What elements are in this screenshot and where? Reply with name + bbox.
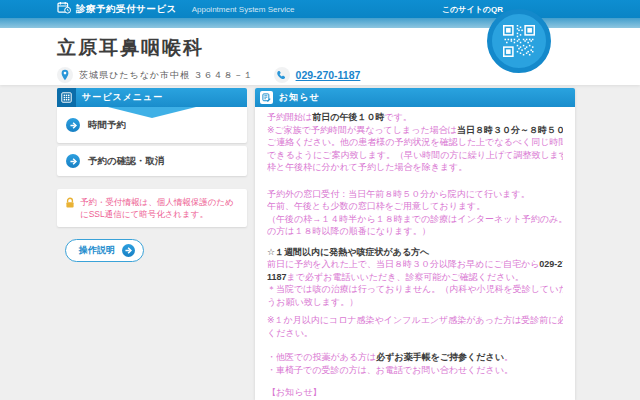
help-button-label: 操作説明: [79, 244, 115, 257]
menu-item-label: 時間予約: [88, 119, 126, 132]
menu-item-confirm-cancel[interactable]: 予約の確認・取消: [57, 146, 247, 176]
notice-line: 枠と午後枠に分かれて予約した場合を除きます。: [267, 161, 563, 174]
app-title: 診療予約受付サービス: [76, 3, 177, 16]
arrow-right-icon: [122, 244, 135, 257]
site-qr-code: [487, 9, 551, 73]
menu-item-label: 予約の確認・取消: [88, 155, 164, 168]
arrow-right-icon: [66, 118, 80, 132]
app-bar: 診療予約受付サービス Appointment System Service この…: [0, 0, 640, 18]
triangle-down-pointer: [108, 107, 196, 118]
notice-line: 前日に予約を入れた上で、当日８時３０分以降お早めにご自宅から029-270-: [267, 258, 563, 271]
notice-line: うお願い致します。）: [267, 296, 563, 309]
notice-header: お知らせ: [255, 88, 575, 107]
phone-icon: [274, 67, 290, 83]
calendar-clock-icon: [57, 0, 71, 18]
notice-body: 予約開始は前日の午後１０時です。※ご家族で予約時間が異なってしまった場合は当日８…: [255, 107, 575, 400]
clinic-name: 立原耳鼻咽喉科: [57, 35, 640, 61]
notice-line: ください。: [267, 327, 563, 340]
notice-line: ※ご家族で予約時間が異なってしまった場合は当日８時３０分～８時５０分までに: [267, 124, 563, 137]
notice-title: お知らせ: [279, 91, 320, 104]
clinic-address: 茨城県ひたちなか市中根 ３６４８－１: [79, 69, 254, 82]
notice-line: ・他医での投薬がある方は必ずお薬手帳をご持参ください。: [267, 351, 563, 364]
site-qr-label: このサイトのQR: [442, 4, 503, 15]
notice-block: ・他医での投薬がある方は必ずお薬手帳をご持参ください。・車椅子での受診の方は、お…: [267, 351, 563, 376]
notice-panel: お知らせ 予約開始は前日の午後１０時です。※ご家族で予約時間が異なってしまった場…: [255, 88, 575, 400]
notice-block: ※１か月以内にコロナ感染やインフルエンザ感染があった方は受診前に必ずご連絡くださ…: [267, 314, 563, 339]
notice-line: 1187まで必ずお電話いいただき、診察可能かご確認ください。: [267, 271, 563, 284]
arrow-right-icon: [66, 154, 80, 168]
memo-icon: [260, 91, 273, 104]
help-button[interactable]: 操作説明: [65, 239, 144, 262]
ssl-note-text: 予約・受付情報は、個人情報保護のためにSSL通信にて暗号化されます。: [80, 196, 239, 220]
notice-block: 予約外の窓口受付：当日午前８時５０分から院内にて行います。午前、午後とも少数の窓…: [267, 188, 563, 238]
notice-line: 【お知らせ】: [267, 386, 563, 399]
clinic-meta: 茨城県ひたちなか市中根 ３６４８－１ 029-270-1187: [57, 67, 640, 83]
map-pin-icon: [57, 67, 73, 83]
notice-line: の方は１８時以降の順番になります。）: [267, 225, 563, 238]
menu-grid-icon: [57, 88, 76, 107]
notice-line: （午後の枠→１４時半から１８時までの診療はインターネット予約のみ。窓口受付: [267, 213, 563, 226]
notice-line: ＊当院では咳の治療は行っておりません。（内科や小児科を受診していただきますよ: [267, 283, 563, 296]
lock-icon: [65, 196, 75, 220]
notice-block: 予約開始は前日の午後１０時です。※ご家族で予約時間が異なってしまった場合は当日８…: [267, 111, 563, 174]
notice-line: ご連絡ください。他の患者様の予約状況を確認した上でなるべく同じ時間帯に受診: [267, 136, 563, 149]
ssl-note: 予約・受付情報は、個人情報保護のためにSSL通信にて暗号化されます。: [57, 189, 247, 227]
notice-line: ※１か月以内にコロナ感染やインフルエンザ感染があった方は受診前に必ずご連絡: [267, 314, 563, 327]
notice-line: ☆１週間以内に発熱や咳症状がある方へ: [267, 246, 563, 259]
notice-line: できるようにご案内致します。（早い時間の方に繰り上げて調整致します。）※午前: [267, 149, 563, 162]
notice-block: ☆１週間以内に発熱や咳症状がある方へ前日に予約を入れた上で、当日８時３０分以降お…: [267, 246, 563, 309]
app-subtitle: Appointment System Service: [192, 5, 295, 14]
notice-line: 予約開始は前日の午後１０時です。: [267, 111, 563, 124]
phone-link[interactable]: 029-270-1187: [296, 69, 361, 81]
notice-line: ・車椅子での受診の方は、お電話でお問い合わせください。: [267, 364, 563, 377]
service-menu-header: サービスメニュー: [57, 88, 247, 107]
notice-line: 午前、午後とも少数の窓口枠をご用意しております。: [267, 200, 563, 213]
notice-line: 予約外の窓口受付：当日午前８時５０分から院内にて行います。: [267, 188, 563, 201]
notice-block: 【お知らせ】・休診日については受付にてご確認ください。: [267, 386, 563, 400]
service-menu-title: サービスメニュー: [82, 91, 163, 104]
sidebar: サービスメニュー 時間予約 予約の確認・取消 予約・受付情報は、個人情報保護のた…: [57, 88, 247, 262]
